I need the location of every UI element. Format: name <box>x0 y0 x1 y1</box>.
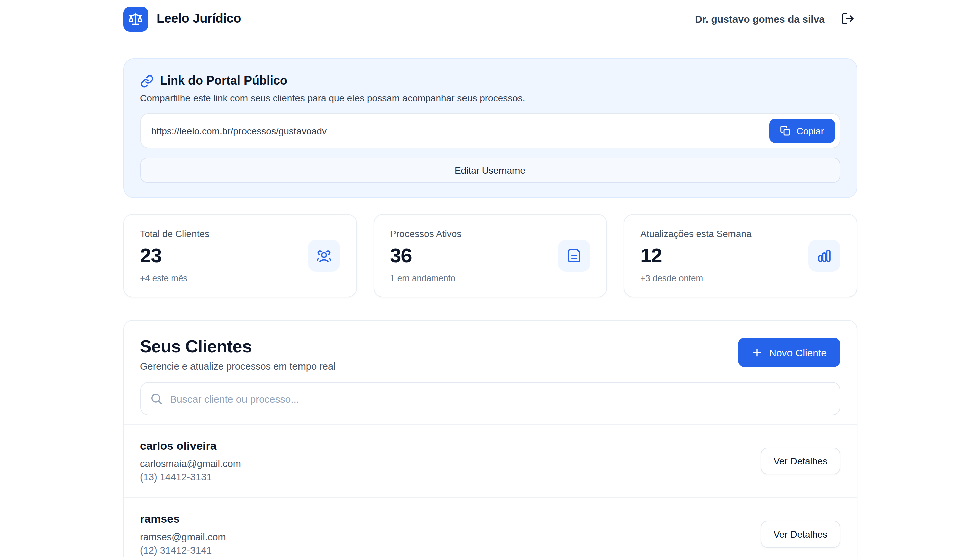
stat-text: Total de Clientes 23 +4 este mês <box>140 228 209 283</box>
client-phone: (13) 14412-3131 <box>140 472 241 482</box>
brand: Leelo Jurídico <box>123 7 241 31</box>
search-bar <box>140 382 840 415</box>
users-icon <box>315 248 332 264</box>
stat-card-processos-ativos: Processos Ativos 36 1 em andamento <box>373 214 607 297</box>
client-info: ramses ramses@gmail.com (12) 31412-3141 <box>140 513 226 555</box>
stat-text: Processos Ativos 36 1 em andamento <box>390 228 462 283</box>
stat-card-atualizacoes: Atualizações esta Semana 12 +3 desde ont… <box>624 214 857 297</box>
edit-username-button[interactable]: Editar Username <box>140 158 840 182</box>
copy-icon <box>780 125 791 136</box>
stat-subtext: 1 em andamento <box>390 273 462 283</box>
stat-subtext: +4 este mês <box>140 273 209 283</box>
client-row: ramses ramses@gmail.com (12) 31412-3141 … <box>124 497 856 557</box>
stat-subtext: +3 desde ontem <box>640 273 752 283</box>
new-client-button[interactable]: Novo Cliente <box>738 337 840 367</box>
clients-heading-block: Seus Clientes Gerencie e atualize proces… <box>140 336 336 372</box>
scales-of-justice-icon <box>128 11 143 26</box>
client-email: carlosmaia@gmail.com <box>140 458 241 469</box>
stat-icon-chip <box>808 239 840 272</box>
client-phone: (12) 31412-3141 <box>140 545 226 555</box>
log-out-icon <box>841 12 854 26</box>
stat-value: 36 <box>390 244 462 267</box>
copy-button-label: Copiar <box>796 125 824 136</box>
app-title: Leelo Jurídico <box>157 11 241 26</box>
clients-card: Seus Clientes Gerencie e atualize proces… <box>123 320 857 557</box>
user-name: Dr. gustavo gomes da silva <box>695 13 825 24</box>
clients-section-title: Seus Clientes <box>140 336 336 357</box>
client-row: carlos oliveira carlosmaia@gmail.com (13… <box>124 424 856 497</box>
bar-chart-icon <box>816 248 832 264</box>
portal-card-title: Link do Portal Público <box>160 74 288 88</box>
stat-text: Atualizações esta Semana 12 +3 desde ont… <box>640 228 752 283</box>
page: Leelo Jurídico Dr. gustavo gomes da silv… <box>0 0 980 557</box>
stat-card-total-clientes: Total de Clientes 23 +4 este mês <box>123 214 356 297</box>
client-list: carlos oliveira carlosmaia@gmail.com (13… <box>124 424 856 557</box>
portal-link-card: Link do Portal Público Compartilhe este … <box>123 59 857 198</box>
clients-section-subtitle: Gerencie e atualize processos em tempo r… <box>140 361 336 372</box>
view-details-button[interactable]: Ver Detalhes <box>761 448 840 474</box>
stat-value: 23 <box>140 244 209 267</box>
clients-card-header: Seus Clientes Gerencie e atualize proces… <box>124 321 856 372</box>
client-name: carlos oliveira <box>140 440 241 453</box>
stat-value: 12 <box>640 244 752 267</box>
app-header: Leelo Jurídico Dr. gustavo gomes da silv… <box>0 0 980 38</box>
portal-url-input[interactable] <box>140 113 840 148</box>
stat-label: Total de Clientes <box>140 228 209 239</box>
new-client-button-label: Novo Cliente <box>769 347 827 358</box>
document-icon <box>566 248 582 264</box>
stat-icon-chip <box>307 239 340 272</box>
stat-label: Atualizações esta Semana <box>640 228 752 239</box>
stat-label: Processos Ativos <box>390 228 462 239</box>
app-logo <box>123 7 148 31</box>
portal-card-description: Compartilhe este link com seus clientes … <box>140 93 840 103</box>
client-info: carlos oliveira carlosmaia@gmail.com (13… <box>140 440 241 482</box>
stat-icon-chip <box>558 239 590 272</box>
client-email: ramses@gmail.com <box>140 531 226 542</box>
link-icon <box>140 74 153 88</box>
stats-row: Total de Clientes 23 +4 este mês <box>123 214 857 297</box>
search-input[interactable] <box>140 382 840 415</box>
view-details-button[interactable]: Ver Detalhes <box>761 521 840 547</box>
logout-button[interactable] <box>838 10 857 28</box>
main-content: Link do Portal Público Compartilhe este … <box>123 59 857 557</box>
portal-url-row: Copiar <box>140 113 840 148</box>
search-icon <box>149 392 163 406</box>
portal-card-header: Link do Portal Público <box>140 74 840 88</box>
header-right: Dr. gustavo gomes da silva <box>695 10 857 28</box>
copy-button[interactable]: Copiar <box>770 119 835 143</box>
plus-icon <box>751 347 762 358</box>
client-name: ramses <box>140 513 226 526</box>
